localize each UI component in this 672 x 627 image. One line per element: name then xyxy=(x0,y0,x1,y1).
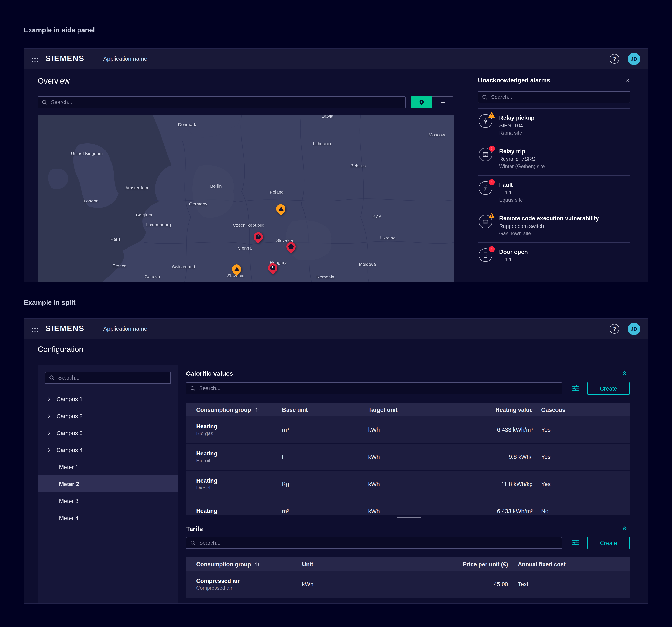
avatar[interactable]: JD xyxy=(628,323,640,335)
search-icon xyxy=(49,375,55,381)
tree-item[interactable]: Meter 3 xyxy=(38,493,177,509)
list-view-button[interactable] xyxy=(432,96,453,108)
calorific-search-input[interactable] xyxy=(186,382,562,394)
severity-badge: ! xyxy=(488,213,495,218)
cell-target-unit: kWh xyxy=(368,508,449,515)
navigation-tree: Campus 1 Campus 2 Campus 3 Campu xyxy=(38,391,177,526)
calorific-section-title: Calorific values xyxy=(186,370,233,377)
alarms-search-input[interactable] xyxy=(478,91,630,103)
alert-icon: ! xyxy=(234,267,239,272)
map-label: Moscow xyxy=(429,132,445,137)
alarm-title: Fault xyxy=(499,181,523,189)
app-launcher-icon[interactable] xyxy=(32,55,39,62)
chevron-right-icon[interactable] xyxy=(47,397,51,401)
avatar[interactable]: JD xyxy=(628,53,640,65)
tree-item[interactable]: Meter 2 xyxy=(38,475,177,493)
cell-target-unit: kWh xyxy=(368,454,449,460)
cell-gaseous: Yes xyxy=(533,427,629,433)
sort-filter-icon xyxy=(255,561,260,567)
cell-base-unit: Kg xyxy=(282,481,368,487)
alarm-list-item[interactable]: ! Remote code execution vulnerability Ru… xyxy=(478,209,630,243)
tree-item[interactable]: Meter 1 xyxy=(38,458,177,475)
map-label: Poland xyxy=(270,189,284,195)
map-label: Lithuania xyxy=(313,141,331,146)
map-label: Latvia xyxy=(321,115,333,119)
overview-search-input[interactable] xyxy=(38,96,406,108)
search-icon xyxy=(190,540,196,546)
chevron-right-icon[interactable] xyxy=(47,448,51,452)
alarm-site: Rama site xyxy=(499,129,534,137)
alarms-search xyxy=(478,91,630,103)
cell-base-unit: l xyxy=(282,454,368,460)
tarifs-section-title: Tarifs xyxy=(186,525,203,532)
tree-item[interactable]: Campus 3 xyxy=(38,425,177,442)
alarm-list-item[interactable]: ! Relay trip Reyrolle_7SRS Winter (Gethe… xyxy=(478,142,630,175)
calorific-table: Consumption group Base unit Target unit … xyxy=(186,403,629,515)
map-label: Moldova xyxy=(359,261,376,267)
tarifs-create-button[interactable]: Create xyxy=(587,536,629,549)
overview-search xyxy=(38,96,406,108)
column-target-unit: Target unit xyxy=(368,406,449,413)
help-icon[interactable]: ? xyxy=(609,324,619,334)
tree-item[interactable]: Campus 4 xyxy=(38,442,177,458)
cell-group: Heating xyxy=(196,423,282,430)
calorific-table-header: Consumption group Base unit Target unit … xyxy=(186,403,629,417)
map-label: London xyxy=(84,198,99,203)
tree-item[interactable]: Meter 4 xyxy=(38,509,177,526)
filter-options-icon[interactable] xyxy=(571,384,580,393)
tarifs-table-body: Compressed airCompressed air kWh 45.00 T… xyxy=(186,571,629,598)
tarifs-search-input[interactable] xyxy=(186,537,562,549)
alarm-site: Gas Town site xyxy=(499,230,599,237)
cell-subgroup: Bio oil xyxy=(196,458,282,463)
table-row[interactable]: HeatingDiesel Kg kWh 11.8 kWh/kg Yes xyxy=(186,471,629,498)
collapse-section-icon[interactable] xyxy=(621,525,628,532)
map-label: Vienna xyxy=(238,245,252,250)
alarm-list-item[interactable]: ! Fault FPI 1 Equus site xyxy=(478,175,630,209)
siemens-logo: SIEMENS xyxy=(45,54,85,63)
column-consumption-group[interactable]: Consumption group xyxy=(186,561,302,567)
table-row[interactable]: HeatingBio oil l kWh 9.8 kWh/l Yes xyxy=(186,444,629,471)
design-canvas: Example in side panel SIEMENS Applicatio… xyxy=(0,0,672,627)
table-row[interactable]: Compressed airCompressed air kWh 45.00 T… xyxy=(186,571,629,598)
cell-annual-fixed-cost: Text xyxy=(508,581,629,587)
table-row[interactable]: HeatingBio gas m³ kWh 6.433 kWh/m³ Yes xyxy=(186,417,629,444)
cell-target-unit: kWh xyxy=(368,481,449,487)
map-background xyxy=(38,115,454,282)
alarm-site: Equus site xyxy=(499,197,523,204)
map-view-button[interactable] xyxy=(411,96,432,108)
search-icon xyxy=(482,94,488,100)
alarm-list-item[interactable]: ! Relay pickup SIPS_104 Rama site xyxy=(478,108,630,142)
page-title: Configuration xyxy=(38,345,83,354)
cell-gaseous: Yes xyxy=(533,481,629,487)
column-consumption-group[interactable]: Consumption group xyxy=(186,406,282,413)
cell-subgroup: Diesel xyxy=(196,485,282,491)
help-icon[interactable]: ? xyxy=(609,54,619,64)
alert-icon: ! xyxy=(288,244,293,249)
tree-item-label: Campus 3 xyxy=(56,430,82,436)
chevron-right-icon[interactable] xyxy=(47,431,51,435)
calorific-table-body: HeatingBio gas m³ kWh 6.433 kWh/m³ Yes H… xyxy=(186,417,629,515)
alarm-list-item[interactable]: ! Door open FPI 1 xyxy=(478,243,630,269)
tree-item[interactable]: Campus 2 xyxy=(38,407,177,425)
view-toggle xyxy=(411,96,453,108)
map-label: Berlin xyxy=(210,183,222,189)
section-label-split: Example in split xyxy=(24,299,76,306)
chevron-right-icon[interactable] xyxy=(47,414,51,418)
column-annual-fixed-cost: Annual fixed cost xyxy=(508,561,629,567)
filter-options-icon[interactable] xyxy=(571,539,580,547)
alarm-subtitle: Reyrolle_7SRS xyxy=(499,155,545,163)
tree-item[interactable]: Campus 1 xyxy=(38,391,177,407)
sort-filter-icon xyxy=(255,407,260,412)
severity-badge: ! xyxy=(489,179,495,185)
collapse-section-icon[interactable] xyxy=(621,370,628,377)
calorific-create-button[interactable]: Create xyxy=(587,382,629,395)
close-icon[interactable]: × xyxy=(626,77,630,84)
map-canvas[interactable]: LatviaDenmarkMoscowLithuaniaUnited Kingd… xyxy=(38,115,454,282)
sidebar-search-input[interactable] xyxy=(45,372,171,384)
app-launcher-icon[interactable] xyxy=(32,325,39,332)
app-header: SIEMENS Application name ? JD xyxy=(24,49,648,69)
table-row[interactable]: Heating m³ kWh 6.433 kWh/m³ No xyxy=(186,498,629,515)
map-label: France xyxy=(113,263,126,268)
scrollbar-handle[interactable] xyxy=(397,517,421,518)
application-name: Application name xyxy=(103,56,147,62)
